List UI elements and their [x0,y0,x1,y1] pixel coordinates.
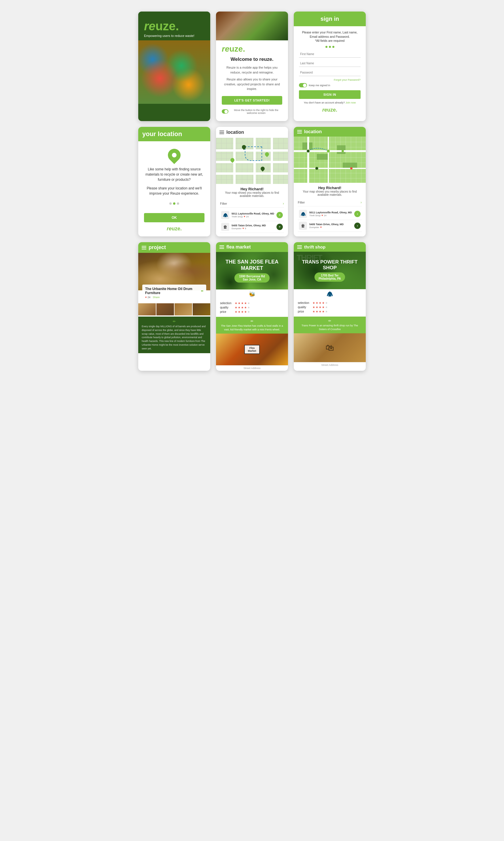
toggle-label: Move the button to the right to hide the… [230,109,282,115]
item2-action-button[interactable]: + [276,224,283,230]
q-star-4: ★ [244,306,247,309]
flea-market-header: flea market [216,242,288,252]
location2-item-1[interactable]: 🧥 5011 Laytonsville Road, Olney, MD Thri… [298,208,362,220]
item2-address: 5405 Tatan Drive, Olney, MD [232,224,274,227]
get-started-button[interactable]: LET'S GET STARTED! [222,96,282,105]
quality-label: quality [220,306,233,309]
splash-hero-image [138,40,210,104]
flea-desc-link-icon[interactable]: ✏ [219,319,285,323]
join-now-link[interactable]: Join now [346,101,356,104]
thumbnail-4[interactable] [193,303,210,315]
share-button[interactable]: Share [152,296,160,299]
tq-star-2: ★ [316,306,318,309]
location-sub: Your map shows you nearby places to find… [220,191,284,198]
signin-body: Please enter your First name, Last name,… [294,26,366,117]
last-name-input[interactable] [299,60,361,67]
first-name-input[interactable] [299,51,361,58]
flea-street-address: Street Address [216,365,288,371]
row-1: reuze. Empowering users to reduce waste!… [126,12,378,121]
row-2: your location Like some help with findin… [126,127,378,236]
hamburger-menu-icon-2[interactable] [297,130,302,134]
dot-3 [332,46,335,48]
map-area[interactable] [216,138,288,184]
tp-star-1: ★ [312,310,315,313]
tq-star-1: ★ [312,306,315,309]
location2-title: location [304,129,322,134]
sign-in-button[interactable]: SIGN IN [299,90,361,99]
location-item-1[interactable]: 🧥 5011 Laytonsville Road, Olney, MD Thri… [220,209,284,221]
filter-row-2[interactable]: Filter › [298,199,362,206]
ok-button[interactable]: OK [144,213,204,222]
hamburger-menu-icon[interactable] [219,131,224,134]
filter-arrow-icon-2: › [361,200,362,204]
star-2: ★ [238,302,240,305]
svg-point-2 [316,167,318,170]
thrift-quality-rating-row: quality ★ ★ ★ ★ ★ [298,306,362,309]
your-location-desc2: Please share your location and we'll imp… [144,186,204,196]
welcome-overlay [216,12,288,40]
splash-tagline: Empowering users to reduce waste! [144,34,204,37]
thrift-quality-stars: ★ ★ ★ ★ ★ [312,306,328,309]
selection-rating-row: selection ★ ★ ★ ★ ★ [220,302,284,305]
location-topbar: location [216,127,288,138]
location2-header: location [294,127,366,137]
thrift-ratings: selection ★ ★ ★ ★ ★ quality ★ ★ ★ [294,299,366,316]
ts-star-4: ★ [322,301,325,305]
tq-star-5: ★ [325,306,328,309]
thrift-shop-header: thrift shop [294,242,366,252]
item1-address-2: 5011 Laytonsville Road, Olney, MD [309,211,352,214]
welcome-desc2: Reuze also allows you to share your crea… [222,77,282,91]
welcome-title: Welcome to reuze. [222,56,282,62]
location2-item-2[interactable]: 🗑 5405 Tatan Drive, Olney, MD Dumpster ♥… [298,220,362,232]
thrift-menu-icon[interactable] [297,245,302,249]
thrift-description-card: ✏ Trans Power is an amazing thrift shop … [294,316,366,333]
project-menu-icon[interactable] [142,246,146,250]
item1-action-button[interactable]: + [276,212,283,218]
p-star-5: ★ [247,310,250,313]
flea-menu-icon[interactable] [219,245,224,249]
thrift-desc-link-icon[interactable]: ✏ [297,319,362,323]
filter-label-2: Filter [298,201,305,204]
dumpster-icon-2: 🗑 [299,222,307,230]
keep-signed-in-label: Keep me signed in [309,84,330,87]
filter-row[interactable]: Filter › [220,200,284,208]
thrift-store-illustration: 🛍 [325,343,334,353]
map-road-v [271,138,273,184]
colored-map-area[interactable] [294,137,366,183]
forgot-password-link[interactable]: Forgot your Password? [299,79,361,81]
your-location-title: your location [142,130,206,138]
thumbnail-1[interactable] [138,303,156,315]
flea-market-title: flea market [227,244,251,250]
thumbnail-3[interactable] [175,303,192,315]
hide-welcome-toggle[interactable] [222,109,228,114]
filter-label: Filter [220,202,227,205]
thrift-price-stars: ★ ★ ★ ★ ★ [312,310,328,313]
keep-signed-in-toggle[interactable] [299,83,307,87]
thrift-quality-label: quality [298,306,311,309]
item2-action-button-2[interactable]: › [354,223,361,229]
project-name: The Urbanite Home Oil Drum Furniture ✏ [145,287,203,295]
location-item-2[interactable]: 🗑 5405 Tatan Drive, Olney, MD Dumpster ♥… [220,221,284,233]
progress-dot-1 [169,202,172,205]
welcome-desc1: Reuze is a mobile app the helps you redu… [222,65,282,75]
thrift-bottom-bg: 🛍 [294,333,366,362]
project-likes: ♥ 24 [145,296,150,299]
signin-title: sign in [298,16,362,22]
map-overlay-roads [294,137,366,183]
thrift-selection-stars: ★ ★ ★ ★ ★ [312,301,328,305]
edit-icon[interactable]: ✏ [201,290,203,293]
heart-icon: ♥ [242,227,244,230]
password-input[interactable] [299,69,361,76]
welcome-body: Welcome to reuze. Reuze is a mobile app … [216,54,288,117]
project-title: project [149,244,166,251]
thrift-address: 1705 Bed Ter [319,274,341,277]
map-road-v [253,138,256,184]
svg-point-3 [342,150,344,152]
p-star-2: ★ [238,310,240,313]
filter-arrow-icon: › [283,202,284,206]
thrift-shop-icon: 🧥 [221,211,229,219]
item1-action-button-2[interactable]: › [354,211,361,217]
description-link-icon[interactable]: ✏ [142,320,207,324]
thumbnail-2[interactable] [156,303,174,315]
thrift-shop-name: TRANS POWER THRIFT SHOP [296,259,363,271]
